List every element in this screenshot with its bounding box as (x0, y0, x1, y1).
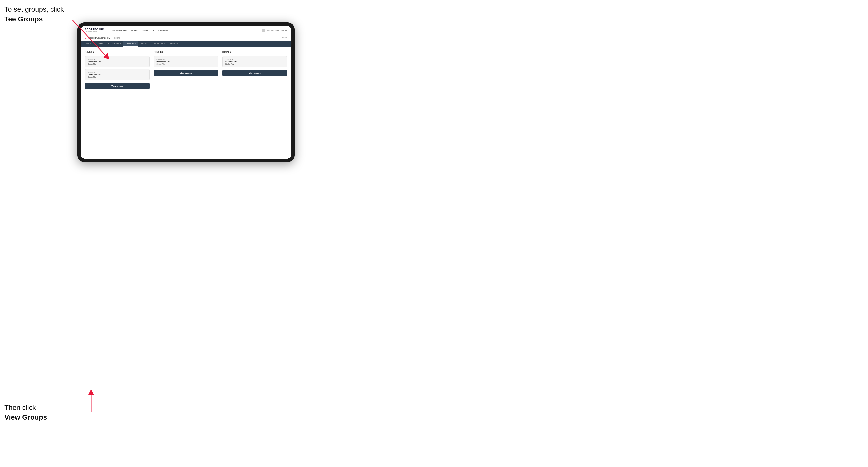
logo-text: SCOREBOARD (85, 28, 104, 31)
round-1-course-b-label: (Course B) (88, 71, 147, 73)
rounds-grid: Round 1 (Course A) Peachtree GC Stroke P… (85, 51, 287, 89)
round-3-section: Round 3 (Course A) Peachtree GC Stroke P… (222, 51, 287, 89)
round-1-course-a-label: (Course A) (88, 58, 147, 60)
tournament-logo-letter: C (85, 36, 87, 39)
arrow-to-view-groups (71, 387, 101, 417)
round-1-view-groups-button[interactable]: View groups (85, 83, 150, 89)
round-3-course-a-label: (Course A) (225, 58, 284, 60)
round-2-view-groups-button[interactable]: View groups (154, 70, 218, 76)
tablet-screen: SCOREBOARD Powered by clippit TOURNAMENT… (81, 26, 291, 159)
tournament-title: Clippd Invitational (M... (88, 37, 111, 39)
logo-main: SCOREBOARD (85, 28, 104, 31)
tab-details[interactable]: Details (84, 41, 95, 47)
round-3-course-a-name: Peachtree GC (225, 61, 284, 63)
round-1-title: Round 1 (85, 51, 150, 53)
round-1-course-b-format: Stroke Play (88, 76, 147, 78)
top-nav: SCOREBOARD Powered by clippit TOURNAMENT… (81, 26, 291, 35)
tab-printables[interactable]: Printables (167, 41, 181, 47)
tournament-hosting: Hosting (113, 37, 120, 39)
user-email: blair@clippd.io (267, 29, 279, 31)
nav-rankings[interactable]: RANKINGS (158, 29, 169, 31)
tab-tee-groups[interactable]: Tee Groups (123, 41, 138, 47)
round-2-course-a-format: Stroke Play (156, 63, 215, 65)
main-content: Round 1 (Course A) Peachtree GC Stroke P… (81, 47, 291, 159)
round-2-course-a-label: (Course A) (156, 58, 215, 60)
instruction-bottom-line1: Then click (4, 404, 36, 411)
tablet-frame: SCOREBOARD Powered by clippit TOURNAMENT… (78, 23, 294, 162)
round-1-course-b-name: East Lake GC (88, 74, 147, 76)
round-1-section: Round 1 (Course A) Peachtree GC Stroke P… (85, 51, 150, 89)
nav-teams[interactable]: TEAMS (131, 29, 138, 31)
tournament-name: C Clippd Invitational (M... Hosting (85, 36, 120, 39)
instruction-bottom: Then click View Groups. (4, 403, 49, 422)
logo-area: SCOREBOARD Powered by clippit (85, 28, 104, 32)
round-1-course-a-format: Stroke Play (88, 63, 147, 65)
round-2-title: Round 2 (154, 51, 218, 53)
round-3-title: Round 3 (222, 51, 287, 53)
round-3-course-a-card: (Course A) Peachtree GC Stroke Play (222, 56, 287, 67)
tab-teams[interactable]: Teams (95, 41, 106, 47)
round-3-view-groups-button[interactable]: View groups (222, 70, 287, 76)
user-avatar (261, 29, 265, 32)
round-2-course-a-name: Peachtree GC (156, 61, 215, 63)
nav-right: blair@clippd.io Sign out (261, 29, 287, 32)
tab-leaderboards[interactable]: Leaderboards (150, 41, 167, 47)
logo-sub: Powered by clippit (85, 31, 104, 32)
round-2-course-a-card: (Course A) Peachtree GC Stroke Play (154, 56, 218, 67)
nav-committee[interactable]: COMMITTEE (142, 29, 155, 31)
round-1-course-a-card: (Course A) Peachtree GC Stroke Play (85, 56, 150, 67)
round-1-course-b-card: (Course B) East Lake GC Stroke Play (85, 69, 150, 80)
round-1-course-a-name: Peachtree GC (88, 61, 147, 63)
sign-out-link[interactable]: Sign out (281, 29, 287, 31)
instruction-top-line2: Tee Groups (4, 15, 43, 23)
instruction-top: To set groups, click Tee Groups. (4, 4, 64, 24)
instruction-bottom-line2: View Groups (4, 413, 47, 421)
cancel-button[interactable]: Cancel (281, 37, 287, 39)
tab-results[interactable]: Results (138, 41, 150, 47)
round-2-section: Round 2 (Course A) Peachtree GC Stroke P… (154, 51, 218, 89)
tournament-bar: C Clippd Invitational (M... Hosting Canc… (81, 35, 291, 41)
tab-course-setup[interactable]: Course Setup (106, 41, 123, 47)
instruction-top-line1: To set groups, click (4, 5, 64, 13)
nav-items: TOURNAMENTS TEAMS COMMITTEE RANKINGS (111, 29, 257, 31)
round-3-course-a-format: Stroke Play (225, 63, 284, 65)
nav-tournaments[interactable]: TOURNAMENTS (111, 29, 127, 31)
tab-bar: Details Teams Course Setup Tee Groups Re… (81, 41, 291, 47)
